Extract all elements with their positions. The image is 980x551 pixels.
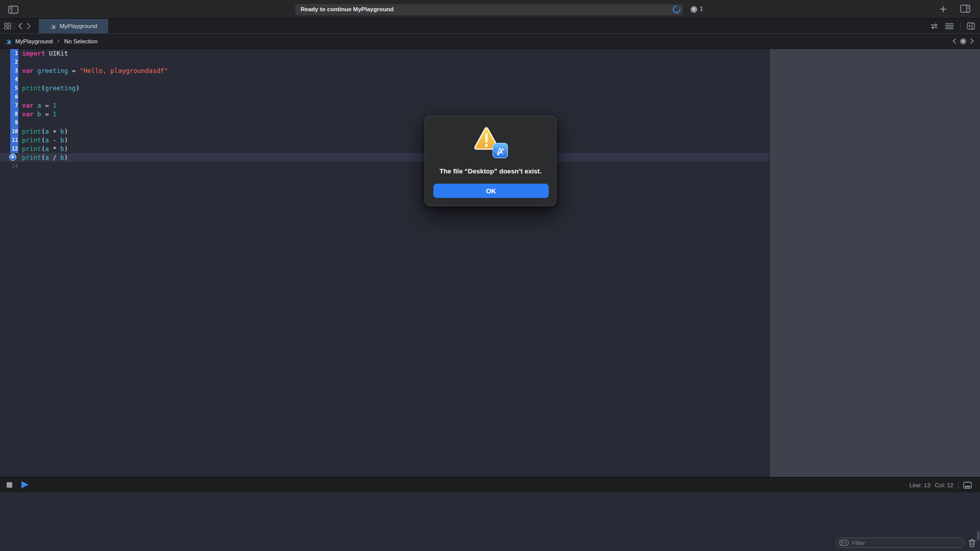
col-indicator: Col: 12 (935, 482, 953, 488)
line-number[interactable]: 12 (10, 144, 18, 153)
code-line[interactable]: print(a / b) (0, 153, 769, 162)
code-line[interactable]: 1import UIKit (0, 49, 769, 58)
run-to-line-play-icon[interactable] (9, 154, 16, 161)
filter-icon (839, 540, 849, 546)
line-number[interactable]: 10 (10, 127, 18, 136)
status-text: Ready to continue MyPlayground (301, 6, 394, 12)
debug-bar: Line: 13 Col: 12 (0, 477, 980, 493)
swift-icon (50, 23, 57, 30)
go-back-button[interactable] (18, 22, 22, 30)
tab-myplayground[interactable]: MyPlayground (39, 19, 108, 33)
toolbar: Ready to continue MyPlayground × 1 (0, 0, 980, 19)
code-text: var a = 1 (22, 101, 57, 110)
add-editor-button[interactable] (967, 22, 975, 30)
tab-label: MyPlayground (60, 23, 97, 29)
tab-overview-icon (4, 22, 11, 30)
alert-message: The file “Desktop” doesn’t exist. (425, 167, 556, 175)
code-line[interactable]: 3var greeting = "Hello, playgroundasdf" (0, 66, 769, 75)
divider (958, 482, 959, 489)
progress-spinner-icon (671, 4, 682, 15)
xcode-badge-icon (493, 143, 508, 158)
code-line[interactable]: 4 (0, 75, 769, 84)
console-filter-input[interactable] (851, 539, 945, 546)
console-toggle-button[interactable] (963, 482, 972, 489)
inspector-toggle-icon (960, 5, 970, 13)
code-text: print(a - b) (22, 136, 68, 144)
line-number[interactable]: 11 (10, 136, 18, 144)
editor-options-icon (945, 23, 954, 30)
code-line[interactable]: 5print(greeting) (0, 84, 769, 92)
go-forward-button[interactable] (27, 22, 31, 30)
add-editor-icon (967, 22, 975, 30)
chevron-right-icon (970, 38, 974, 44)
tab-overview-button[interactable] (4, 22, 11, 30)
jump-bar: MyPlayground › No Selection × (0, 34, 980, 49)
code-line[interactable]: 8var b = 1 (0, 110, 769, 118)
line-number[interactable]: 6 (10, 92, 18, 101)
breadcrumb-selection[interactable]: No Selection (64, 38, 97, 44)
code-line[interactable]: 11print(a - b) (0, 136, 769, 144)
tab-bar: MyPlayground (0, 19, 980, 34)
editor-options-button[interactable] (945, 23, 954, 30)
code-line[interactable]: 7var a = 1 (0, 101, 769, 110)
trash-icon (968, 539, 976, 547)
breadcrumb-separator: › (58, 37, 60, 44)
divider (14, 22, 15, 30)
line-number[interactable]: 3 (10, 66, 18, 75)
code-text: var greeting = "Hello, playgroundasdf" (22, 66, 168, 75)
line-number[interactable]: 4 (10, 75, 18, 84)
issue-x-icon: × (960, 38, 966, 44)
editor-controls (930, 19, 975, 33)
code-text: print(a / b) (22, 153, 68, 162)
alert-dialog: The file “Desktop” doesn’t exist. OK (425, 116, 556, 206)
code-text: print(a * b) (22, 144, 68, 153)
scrollbar-thumb[interactable] (977, 531, 979, 540)
code-lines: 1import UIKit23var greeting = "Hello, pl… (0, 49, 769, 170)
next-issue-button[interactable] (970, 38, 974, 44)
ok-button[interactable]: OK (433, 184, 549, 198)
code-line[interactable]: 12print(a * b) (0, 144, 769, 153)
line-number[interactable]: 14 (10, 162, 18, 170)
activity-status-bar[interactable]: Ready to continue MyPlayground (295, 4, 683, 15)
code-line[interactable]: 10print(a + b) (0, 127, 769, 136)
line-number[interactable]: 9 (10, 118, 18, 127)
issue-navigation: × (952, 34, 974, 48)
clear-console-button[interactable] (968, 539, 976, 547)
console-toggle-icon (963, 482, 972, 489)
line-indicator: Line: 13 (910, 482, 930, 488)
divider (960, 22, 961, 30)
code-text: import UIKit (22, 49, 68, 58)
navigator-toggle-button[interactable] (8, 6, 18, 14)
code-line[interactable]: 2 (0, 58, 769, 66)
code-text: print(greeting) (22, 84, 80, 92)
line-number[interactable]: 8 (10, 110, 18, 118)
library-plus-button[interactable] (940, 6, 947, 13)
issue-x-icon[interactable]: × (691, 6, 697, 13)
line-number[interactable]: 2 (10, 58, 18, 66)
swap-editors-button[interactable] (930, 23, 939, 30)
swap-editors-icon (930, 23, 939, 30)
code-line[interactable]: 14 (0, 162, 769, 170)
line-number[interactable]: 1 (10, 49, 18, 58)
xcode-window: Ready to continue MyPlayground × 1 (0, 0, 980, 551)
stop-icon[interactable] (7, 482, 12, 488)
console-filter-field[interactable] (836, 538, 965, 548)
swift-file-icon (5, 38, 12, 45)
playground-results-panel (769, 49, 980, 477)
code-text: print(a + b) (22, 127, 68, 136)
navigator-toggle-icon (8, 6, 18, 14)
code-line[interactable]: 6 (0, 92, 769, 101)
debug-console[interactable] (0, 492, 980, 551)
breadcrumb-project[interactable]: MyPlayground (15, 38, 53, 44)
line-number[interactable]: 7 (10, 101, 18, 110)
inspector-toggle-button[interactable] (960, 5, 970, 13)
forward-icon (27, 22, 31, 30)
back-icon (18, 22, 22, 30)
library-plus-icon (940, 6, 947, 13)
issue-count[interactable]: 1 (700, 6, 703, 12)
line-number[interactable]: 5 (10, 84, 18, 92)
previous-issue-button[interactable] (952, 38, 956, 44)
code-line[interactable]: 9 (0, 118, 769, 127)
run-icon[interactable] (21, 481, 29, 488)
source-editor[interactable]: 1import UIKit23var greeting = "Hello, pl… (0, 49, 769, 477)
